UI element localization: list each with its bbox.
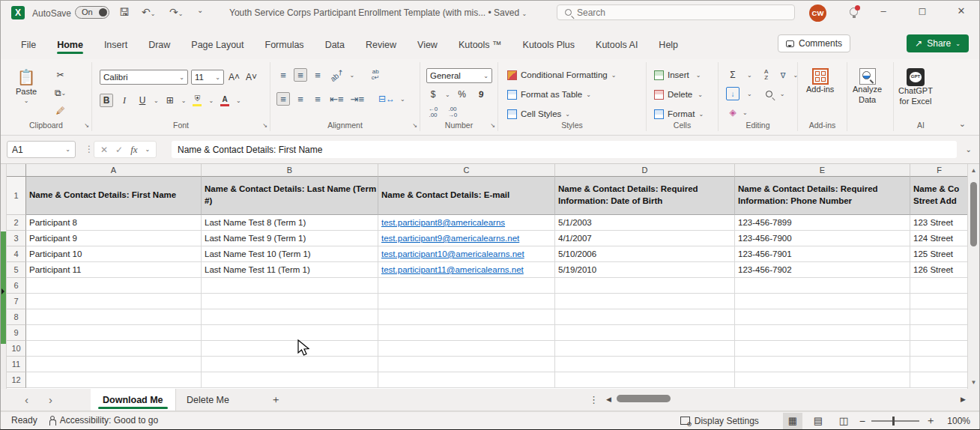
cell-B6[interactable] xyxy=(202,278,378,294)
zoom-slider-thumb[interactable] xyxy=(892,417,895,426)
sort-filter-icon[interactable]: AZ xyxy=(760,68,773,82)
col-header-B[interactable]: B xyxy=(202,164,378,177)
ribbon-tab-review[interactable]: Review xyxy=(357,35,405,56)
share-button[interactable]: ↗Share⌄ xyxy=(907,34,969,52)
borders-icon[interactable]: ⊞ xyxy=(163,94,177,107)
cell-F10[interactable] xyxy=(910,341,969,357)
number-dialog-launcher-icon[interactable]: ↘ xyxy=(490,122,495,129)
italic-button[interactable]: I xyxy=(118,94,131,107)
sheet-tab-delete-me[interactable]: Delete Me xyxy=(175,389,241,411)
row-header-2[interactable]: 2 xyxy=(7,215,26,231)
decrease-decimal-icon[interactable]: .00→0 xyxy=(446,106,459,119)
row-header-1[interactable]: 1 xyxy=(7,177,26,215)
bold-button[interactable]: B xyxy=(100,94,113,107)
row-header-9[interactable]: 9 xyxy=(7,325,26,341)
increase-indent-icon[interactable]: ⇥≡ xyxy=(348,92,365,106)
cell-F11[interactable] xyxy=(910,357,969,372)
cut-icon[interactable]: ✂ xyxy=(53,68,67,82)
cell-E11[interactable] xyxy=(735,357,910,372)
new-sheet-icon[interactable]: ＋ xyxy=(270,393,281,407)
cell-E9[interactable] xyxy=(735,325,910,341)
font-color-icon[interactable]: A xyxy=(218,94,232,107)
cell-B8[interactable] xyxy=(202,309,378,325)
cell-E5[interactable]: 123-456-7902 xyxy=(735,262,910,278)
scroll-up-icon[interactable]: ▲ xyxy=(968,167,979,174)
cell-A5[interactable]: Participant 11 xyxy=(26,262,202,278)
cell-E10[interactable] xyxy=(735,341,910,357)
currency-icon[interactable]: $ xyxy=(426,88,440,101)
email-link[interactable]: test.participant10@americalearns.net xyxy=(381,249,524,258)
col-header-F[interactable]: F xyxy=(910,164,969,177)
cell-styles-button[interactable]: Cell Styles⌄ xyxy=(507,106,570,122)
row-header-12[interactable]: 12 xyxy=(7,372,26,388)
save-icon[interactable]: 🖫 xyxy=(119,6,130,18)
cell-B2[interactable]: Last Name Test 8 (Term 1) xyxy=(202,215,378,231)
cell-E6[interactable] xyxy=(735,278,910,294)
cell-F2[interactable]: 123 Street xyxy=(910,215,969,231)
comments-button[interactable]: Comments xyxy=(778,34,850,52)
cell-F12[interactable] xyxy=(910,372,969,388)
cell-E1[interactable]: Name & Contact Details: Required Informa… xyxy=(735,177,910,215)
cell-A1[interactable]: Name & Contact Details: First Name xyxy=(26,177,202,215)
minimize-button[interactable]: – xyxy=(872,5,895,16)
cell-D9[interactable] xyxy=(555,325,735,341)
clear-icon[interactable]: ◈ xyxy=(726,106,739,119)
document-title[interactable]: Youth Service Corps Participant Enrollme… xyxy=(229,7,527,18)
cell-A8[interactable] xyxy=(26,309,202,325)
select-all-corner[interactable] xyxy=(7,164,26,177)
cell-B5[interactable]: Last Name Test 11 (Term 1) xyxy=(202,262,378,278)
col-header-A[interactable]: A xyxy=(26,164,202,177)
cell-A7[interactable] xyxy=(26,294,202,309)
scroll-left-icon[interactable]: ◀ xyxy=(606,396,611,403)
vertical-scroll-thumb[interactable] xyxy=(970,182,977,246)
cell-D10[interactable] xyxy=(555,341,735,357)
comma-style-icon[interactable]: 9 xyxy=(474,87,489,102)
fill-icon[interactable]: ↓ xyxy=(726,87,739,100)
undo-icon[interactable]: ↶⌄ xyxy=(142,6,155,18)
increase-decimal-icon[interactable]: ←0.00 xyxy=(426,106,440,119)
shrink-font-icon[interactable]: A˅ xyxy=(244,70,258,84)
page-break-view-icon[interactable]: ◫ xyxy=(834,413,853,429)
font-dialog-launcher-icon[interactable]: ↘ xyxy=(262,122,267,129)
chatgpt-button[interactable]: GPT ChatGPT for Excel xyxy=(898,68,933,107)
cell-B9[interactable] xyxy=(202,325,378,341)
fill-color-icon[interactable]: ⛨ xyxy=(190,94,204,107)
formula-input[interactable]: Name & Contact Details: First Name xyxy=(172,141,957,158)
cell-B1[interactable]: Name & Contact Details: Last Name (Term … xyxy=(202,177,378,215)
analyze-data-button[interactable]: Analyze Data xyxy=(853,68,882,106)
cell-B12[interactable] xyxy=(202,372,378,388)
cell-A12[interactable] xyxy=(26,372,202,388)
scroll-right-icon[interactable]: ▶ xyxy=(961,396,966,403)
ribbon-tab-page-layout[interactable]: Page Layout xyxy=(183,35,252,56)
format-painter-icon[interactable]: 🖉 xyxy=(53,104,67,118)
cell-C1[interactable]: Name & Contact Details: E-mail xyxy=(378,177,555,215)
display-settings-button[interactable]: Display Settings xyxy=(680,416,759,426)
cell-F7[interactable] xyxy=(910,294,969,309)
middle-align-icon[interactable]: ≡ xyxy=(294,68,307,82)
page-layout-view-icon[interactable]: ▤ xyxy=(808,413,828,429)
align-right-icon[interactable]: ≡ xyxy=(311,92,324,106)
redo-icon[interactable]: ↷⌄ xyxy=(169,6,183,18)
delete-cells-button[interactable]: Delete⌄ xyxy=(654,86,703,103)
sheet-nav-left-icon[interactable]: ‹ xyxy=(25,394,28,405)
accessibility-status[interactable]: Accessibility: Good to go xyxy=(48,415,158,426)
insert-function-icon[interactable]: fx xyxy=(130,144,137,156)
cell-C12[interactable] xyxy=(378,372,555,388)
email-link[interactable]: test.participant11@americalearns.net xyxy=(381,265,524,274)
conditional-formatting-button[interactable]: Conditional Formatting⌄ xyxy=(507,67,616,83)
cell-D11[interactable] xyxy=(555,357,735,372)
row-header-10[interactable]: 10 xyxy=(7,341,26,357)
collapse-ribbon-chevron-icon[interactable]: ⌄ xyxy=(959,119,966,129)
cell-F9[interactable] xyxy=(910,325,969,341)
sheet-nav-right-icon[interactable]: › xyxy=(49,394,52,405)
font-name-select[interactable]: Calibri⌄ xyxy=(100,70,188,85)
cell-F6[interactable] xyxy=(910,278,969,294)
close-button[interactable]: ✕ xyxy=(950,5,973,16)
grow-font-icon[interactable]: A˄ xyxy=(227,70,241,84)
col-header-C[interactable]: C xyxy=(378,164,555,177)
row-header-3[interactable]: 3 xyxy=(7,231,26,246)
cell-C3[interactable]: test.participant9@americalearns.net xyxy=(378,231,555,246)
cell-D4[interactable]: 5/10/2006 xyxy=(555,246,735,262)
copy-icon[interactable]: ⧉ ⌄ xyxy=(53,86,67,100)
cell-D2[interactable]: 5/1/2003 xyxy=(555,215,735,231)
